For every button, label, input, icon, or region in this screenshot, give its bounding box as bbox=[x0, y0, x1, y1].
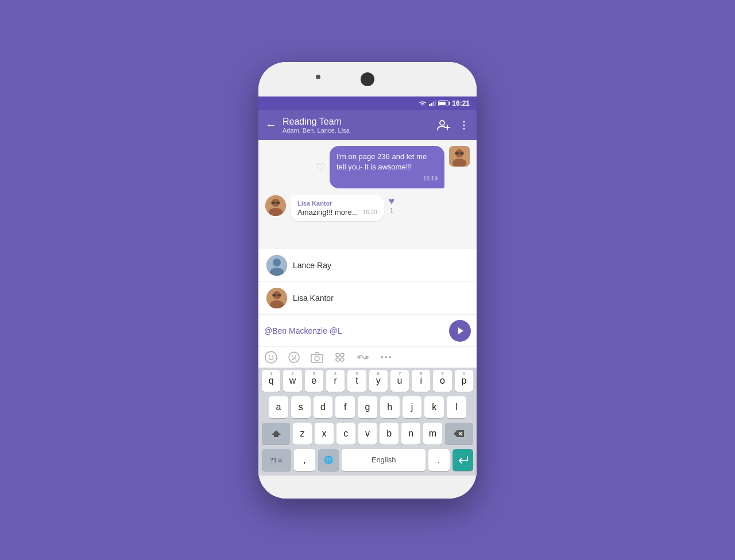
key-k[interactable]: k bbox=[424, 396, 444, 418]
message-input-row bbox=[258, 315, 477, 346]
key-e[interactable]: 3e bbox=[305, 370, 323, 392]
battery-icon bbox=[438, 101, 448, 106]
like-button-incoming[interactable]: ♥ 1 bbox=[389, 195, 395, 214]
mention-list: Lance Ray Lisa Kantor bbox=[258, 249, 477, 315]
svg-point-40 bbox=[341, 353, 344, 357]
more-toolbar-icon[interactable] bbox=[379, 350, 393, 364]
svg-point-23 bbox=[273, 258, 281, 267]
sender-avatar-thumb bbox=[449, 146, 470, 167]
enter-key[interactable] bbox=[452, 449, 473, 471]
key-f[interactable]: f bbox=[335, 396, 355, 418]
key-o[interactable]: 9o bbox=[433, 370, 451, 392]
key-w[interactable]: 2w bbox=[283, 370, 301, 392]
comma-key[interactable]: , bbox=[294, 449, 315, 471]
mention-item-lance[interactable]: Lance Ray bbox=[258, 249, 477, 282]
sticker-icon[interactable] bbox=[287, 350, 301, 364]
key-x[interactable]: x bbox=[315, 423, 334, 445]
keyboard-row-3: z x c v b n m bbox=[258, 420, 477, 447]
key-z[interactable]: z bbox=[293, 423, 312, 445]
key-b[interactable]: b bbox=[380, 423, 399, 445]
svg-point-46 bbox=[385, 356, 387, 358]
back-button[interactable]: ← bbox=[265, 118, 277, 132]
key-l[interactable]: l bbox=[447, 396, 466, 418]
incoming-text: Amazing!!! more... bbox=[297, 208, 358, 217]
mention-item-lisa[interactable]: Lisa Kantor bbox=[258, 282, 477, 315]
svg-rect-2 bbox=[433, 102, 435, 106]
key-y[interactable]: 6y bbox=[369, 370, 388, 392]
status-bar: 16:21 bbox=[258, 96, 477, 110]
incoming-bubble: Lisa Kantor Amazing!!! more... 16:20 bbox=[291, 195, 384, 221]
emoji-icon[interactable] bbox=[264, 350, 278, 364]
key-g[interactable]: g bbox=[358, 396, 377, 418]
backspace-icon bbox=[454, 430, 464, 437]
like-count: 1 bbox=[390, 207, 393, 214]
doodle-icon[interactable] bbox=[356, 350, 370, 364]
outgoing-message-row: ♡ I'm on page 236 and let me tell you- i… bbox=[265, 146, 470, 188]
space-key[interactable]: English bbox=[342, 449, 425, 471]
svg-marker-48 bbox=[272, 430, 281, 437]
key-m[interactable]: m bbox=[423, 423, 442, 445]
chat-subtitle: Adam, Ben, Lance, Lisa bbox=[283, 127, 431, 134]
svg-point-39 bbox=[336, 353, 339, 357]
key-t[interactable]: 5t bbox=[347, 370, 366, 392]
globe-key[interactable]: 🌐 bbox=[318, 449, 339, 471]
effects-icon[interactable] bbox=[333, 350, 347, 364]
key-r[interactable]: 4r bbox=[326, 370, 345, 392]
svg-rect-0 bbox=[429, 104, 431, 106]
svg-rect-1 bbox=[431, 103, 432, 106]
chat-header: ← Reading Team Adam, Ben, Lance, Lisa bbox=[258, 110, 477, 140]
heart-icon: ♥ bbox=[389, 195, 395, 207]
key-u[interactable]: 7u bbox=[390, 370, 409, 392]
keyboard-row-4: ?1☺ , 🌐 English . bbox=[258, 447, 477, 476]
svg-rect-37 bbox=[311, 354, 323, 362]
key-n[interactable]: n bbox=[401, 423, 420, 445]
symbols-key[interactable]: ?1☺ bbox=[262, 449, 291, 471]
like-button-outgoing[interactable]: ♡ bbox=[316, 161, 325, 173]
outgoing-bubble: I'm on page 236 and let me tell you- it … bbox=[330, 146, 444, 188]
svg-rect-20 bbox=[276, 202, 280, 204]
svg-point-42 bbox=[341, 358, 344, 361]
header-info: Reading Team Adam, Ben, Lance, Lisa bbox=[283, 117, 431, 134]
keyboard-row-2: a s d f g h j k l bbox=[258, 394, 477, 420]
svg-rect-3 bbox=[435, 101, 436, 106]
key-a[interactable]: a bbox=[269, 396, 288, 418]
status-time: 16:21 bbox=[452, 99, 470, 107]
svg-point-38 bbox=[315, 356, 319, 361]
speaker-dot bbox=[316, 75, 320, 79]
svg-point-7 bbox=[463, 121, 465, 122]
more-options-icon[interactable] bbox=[458, 119, 470, 131]
signal-icon bbox=[429, 101, 436, 106]
header-actions bbox=[436, 118, 470, 132]
backspace-key[interactable] bbox=[445, 423, 473, 445]
key-d[interactable]: d bbox=[314, 396, 333, 418]
lisa-name: Lisa Kantor bbox=[293, 293, 334, 303]
camera-icon[interactable] bbox=[310, 350, 324, 364]
keyboard-row-1: 1q 2w 3e 4r 5t 6y 7u 8i 9o 0p bbox=[258, 368, 477, 394]
shift-icon bbox=[271, 430, 281, 438]
key-v[interactable]: v bbox=[358, 423, 377, 445]
wifi-icon bbox=[419, 101, 427, 106]
incoming-content: Amazing!!! more... 16:20 bbox=[297, 208, 377, 217]
key-i[interactable]: 8i bbox=[412, 370, 430, 392]
send-button[interactable] bbox=[449, 320, 471, 342]
svg-point-9 bbox=[463, 128, 465, 129]
incoming-time: 16:20 bbox=[362, 209, 377, 215]
outgoing-text: I'm on page 236 and let me tell you- it … bbox=[336, 152, 438, 172]
key-s[interactable]: s bbox=[291, 396, 311, 418]
key-h[interactable]: h bbox=[380, 396, 400, 418]
incoming-message-row: Lisa Kantor Amazing!!! more... 16:20 ♥ 1 bbox=[265, 195, 470, 221]
phone-bottom-bar bbox=[258, 476, 477, 499]
add-contact-icon[interactable] bbox=[436, 118, 450, 132]
message-input[interactable] bbox=[264, 324, 446, 338]
svg-point-32 bbox=[269, 355, 270, 356]
svg-point-8 bbox=[463, 124, 465, 126]
svg-point-35 bbox=[292, 355, 293, 356]
key-p[interactable]: 0p bbox=[455, 370, 473, 392]
period-key[interactable]: . bbox=[428, 449, 449, 471]
svg-rect-13 bbox=[455, 152, 459, 155]
key-c[interactable]: c bbox=[336, 423, 355, 445]
avatar-image bbox=[449, 146, 470, 167]
key-j[interactable]: j bbox=[403, 396, 422, 418]
key-q[interactable]: 1q bbox=[262, 370, 280, 392]
shift-key[interactable] bbox=[262, 423, 290, 445]
